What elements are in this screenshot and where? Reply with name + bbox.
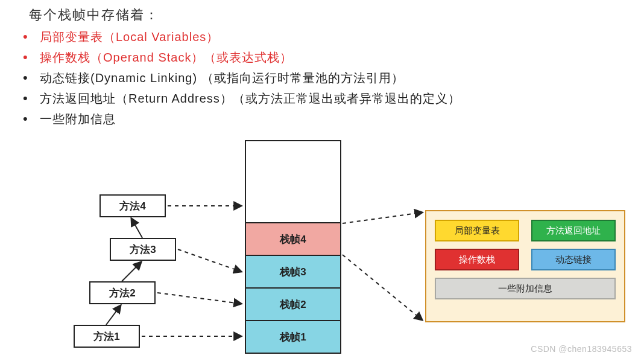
panel-extra: 一些附加信息 — [435, 278, 616, 299]
stack-box: 栈帧4 栈帧3 栈帧2 栈帧1 — [245, 140, 341, 354]
method-box-4: 方法4 — [99, 194, 166, 217]
watermark: CSDN @chen183945653 — [531, 344, 632, 354]
dashed-f4-panel-top — [343, 212, 422, 223]
stack-frame-1: 栈帧1 — [246, 320, 340, 353]
arrow-m3-m4 — [131, 219, 142, 238]
method-box-3: 方法3 — [110, 238, 176, 261]
diagram-area: 方法4 方法3 方法2 方法1 栈帧4 栈帧3 栈帧2 栈帧1 局部变量表 方法… — [0, 0, 644, 361]
stack-frame-3: 栈帧3 — [246, 255, 340, 287]
stack-frame-4: 栈帧4 — [246, 222, 340, 255]
stack-frame-2: 栈帧2 — [246, 287, 340, 320]
panel-return-addr: 方法返回地址 — [531, 220, 616, 241]
dashed-m2-f2 — [157, 293, 241, 304]
dashed-f4-panel-bottom — [343, 255, 422, 320]
method-box-1: 方法1 — [74, 325, 140, 348]
panel-operand-stack: 操作数栈 — [435, 249, 519, 270]
dashed-m3-f3 — [178, 249, 241, 272]
method-box-2: 方法2 — [89, 281, 156, 304]
arrow-m1-m2 — [106, 305, 121, 325]
panel-dynamic-link: 动态链接 — [531, 249, 616, 270]
arrow-m2-m3 — [122, 262, 141, 281]
frame-contents-panel: 局部变量表 方法返回地址 操作数栈 动态链接 一些附加信息 — [425, 210, 625, 322]
panel-local-vars: 局部变量表 — [435, 220, 519, 241]
